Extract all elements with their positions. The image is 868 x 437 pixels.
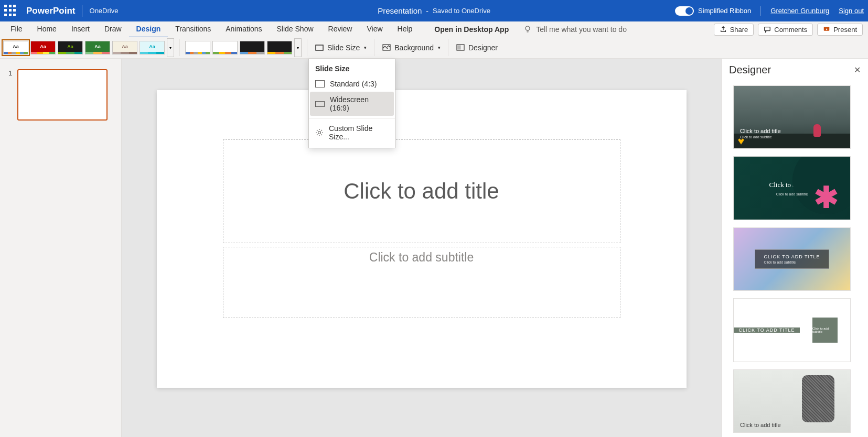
svg-point-7 xyxy=(318,132,321,134)
variant-thumb-4[interactable] xyxy=(267,41,292,54)
suggestion-title: Click to add title xyxy=(740,422,781,428)
tab-home[interactable]: Home xyxy=(30,21,64,38)
menu-item-label: Standard (4:3) xyxy=(330,80,377,88)
menu-title: Slide Size xyxy=(309,64,395,76)
separator xyxy=(307,39,307,56)
tab-review[interactable]: Review xyxy=(321,21,360,38)
ribbon-actions: Share Comments Present xyxy=(714,24,865,36)
design-suggestion-4[interactable]: CLICK TO ADD TITLE Click to add subtitle xyxy=(733,298,851,362)
tab-slide-show[interactable]: Slide Show xyxy=(270,21,321,38)
theme-thumb-6[interactable]: Aa xyxy=(140,41,165,54)
dash: - xyxy=(426,7,428,15)
variant-gallery-expand[interactable]: ▾ xyxy=(294,38,302,57)
save-status: Saved to OneDrive xyxy=(433,7,490,15)
open-in-desktop-button[interactable]: Open in Desktop App xyxy=(434,25,509,34)
design-suggestion-1[interactable]: Click to add title Click to add subtitle xyxy=(733,85,851,149)
suggestion-title: CLICK TO ADD TITLE xyxy=(764,254,820,259)
tab-animations[interactable]: Animations xyxy=(218,21,269,38)
title-bar: PowerPoint OneDrive Presentation - Saved… xyxy=(0,0,868,21)
separator xyxy=(374,39,374,56)
suggestion-title: Click to add title xyxy=(740,128,781,134)
variant-thumb-2[interactable] xyxy=(212,41,238,54)
suggestion-subtitle: Click to add subtitle xyxy=(769,192,815,196)
menu-item-custom-size[interactable]: Custom Slide Size... xyxy=(309,121,395,145)
background-button[interactable]: Background ▾ xyxy=(378,41,445,54)
background-label: Background xyxy=(394,43,434,52)
user-name-link[interactable]: Gretchen Grunburg xyxy=(770,7,829,15)
slide-number: 1 xyxy=(8,69,12,121)
theme-thumb-5[interactable]: Aa xyxy=(112,41,137,54)
theme-thumb-3[interactable]: Aa xyxy=(58,41,83,54)
menu-separator xyxy=(309,118,395,118)
title-right-group: Simplified Ribbon Gretchen Grunburg Sign… xyxy=(675,6,864,16)
design-suggestion-5[interactable]: Click to add title xyxy=(733,369,851,433)
svg-rect-1 xyxy=(765,27,770,31)
tab-insert[interactable]: Insert xyxy=(64,21,97,38)
svg-point-0 xyxy=(526,26,530,30)
slide-size-menu: Slide Size Standard (4:3) Widescreen (16… xyxy=(308,59,395,148)
comment-icon xyxy=(764,26,771,33)
share-button[interactable]: Share xyxy=(714,24,754,36)
designer-button[interactable]: Designer xyxy=(452,41,502,54)
variant-thumb-1[interactable] xyxy=(185,41,210,54)
menu-item-widescreen[interactable]: Widescreen (16:9) xyxy=(310,92,394,116)
lightbulb-icon xyxy=(523,25,532,34)
theme-gallery-expand[interactable]: ▾ xyxy=(167,38,174,57)
slide-canvas[interactable]: Click to add title Click to add subtitle xyxy=(157,90,687,388)
tab-draw[interactable]: Draw xyxy=(97,21,129,38)
divider xyxy=(82,5,82,17)
simplified-ribbon-group: Simplified Ribbon xyxy=(675,6,761,16)
theme-thumb-4[interactable]: Aa xyxy=(85,41,110,54)
present-button[interactable]: Present xyxy=(817,24,863,36)
tab-view[interactable]: View xyxy=(359,21,390,38)
share-label: Share xyxy=(730,26,748,34)
slide-thumb-wrapper: 1 xyxy=(8,69,113,121)
slide-size-button[interactable]: Slide Size ▾ xyxy=(310,41,371,54)
chevron-down-icon: ▾ xyxy=(438,45,441,50)
theme-thumb-2[interactable]: Aa xyxy=(30,41,56,54)
simplified-ribbon-toggle[interactable] xyxy=(675,6,694,16)
slide-size-icon xyxy=(315,43,324,52)
variant-thumb-3[interactable] xyxy=(240,41,265,54)
app-launcher-icon[interactable] xyxy=(4,5,17,17)
close-icon[interactable]: ✕ xyxy=(854,65,861,75)
tab-help[interactable]: Help xyxy=(390,21,420,38)
svg-rect-6 xyxy=(458,46,460,49)
theme-gallery: Aa Aa Aa Aa Aa Aa ▾ xyxy=(1,37,176,58)
designer-label: Designer xyxy=(468,43,498,52)
aspect-ratio-43-icon xyxy=(315,80,325,88)
premium-icon xyxy=(737,138,745,145)
design-suggestion-2[interactable]: Click to add title Click to add subtitle… xyxy=(733,156,851,220)
menu-item-standard[interactable]: Standard (4:3) xyxy=(309,76,395,92)
storage-location[interactable]: OneDrive xyxy=(90,7,119,15)
document-name[interactable]: Presentation xyxy=(378,6,422,15)
designer-suggestions-list[interactable]: Click to add title Click to add subtitle… xyxy=(722,81,868,437)
ribbon-tabs: File Home Insert Draw Design Transitions… xyxy=(0,21,868,37)
designer-pane-header: Designer ✕ xyxy=(722,59,868,81)
suggestion-subtitle: Click to add subtitle xyxy=(740,135,781,139)
gear-icon xyxy=(315,128,324,137)
title-placeholder[interactable]: Click to add title xyxy=(223,139,620,243)
designer-pane: Designer ✕ Click to add title Click to a… xyxy=(721,59,868,437)
tab-transitions[interactable]: Transitions xyxy=(168,21,218,38)
simplified-ribbon-label: Simplified Ribbon xyxy=(698,7,751,15)
theme-thumb-1[interactable]: Aa xyxy=(3,41,28,54)
app-name: PowerPoint xyxy=(26,6,76,16)
suggestion-title: CLICK TO ADD TITLE xyxy=(738,327,795,333)
subtitle-placeholder[interactable]: Click to add subtitle xyxy=(223,247,620,318)
slide-editor: Click to add title Click to add subtitle xyxy=(122,59,721,437)
aspect-ratio-169-icon xyxy=(315,101,325,107)
tab-file[interactable]: File xyxy=(3,21,30,38)
sign-out-link[interactable]: Sign out xyxy=(839,7,864,15)
tell-me-search[interactable]: Tell me what you want to do xyxy=(523,25,713,34)
design-suggestion-3[interactable]: CLICK TO ADD TITLE Click to add subtitle xyxy=(733,227,851,291)
tab-design[interactable]: Design xyxy=(129,21,168,38)
slide-thumbnail-1[interactable] xyxy=(17,69,108,121)
present-label: Present xyxy=(833,26,857,34)
slide-thumbnail-panel: 1 xyxy=(0,59,122,437)
document-title-group: Presentation - Saved to OneDrive xyxy=(378,6,490,15)
background-icon xyxy=(382,43,391,52)
separator xyxy=(448,39,448,56)
comments-button[interactable]: Comments xyxy=(758,24,813,36)
slide-size-label: Slide Size xyxy=(327,43,360,52)
